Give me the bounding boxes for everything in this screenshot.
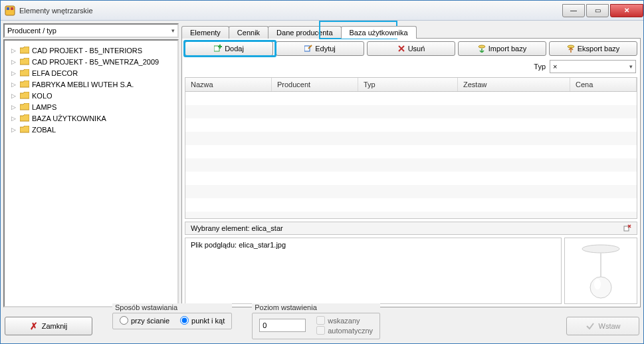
expand-icon[interactable]: ▷ xyxy=(10,81,17,88)
folder-icon xyxy=(20,114,29,122)
close-button[interactable]: ✗ Zamknij xyxy=(5,317,92,335)
col-type[interactable]: Typ xyxy=(358,78,458,91)
folder-icon xyxy=(20,126,29,134)
radio-point-angle-input[interactable] xyxy=(180,316,189,325)
folder-icon xyxy=(20,47,29,55)
elements-table[interactable]: Nazwa Producent Typ Zestaw Cena xyxy=(185,77,637,219)
expand-icon[interactable]: ▷ xyxy=(10,115,17,122)
selected-element-row: Wybrany element: elica_star xyxy=(185,222,637,235)
chk-pointed[interactable]: wskazany xyxy=(316,316,373,325)
table-body[interactable] xyxy=(185,92,637,218)
import-icon xyxy=(478,45,486,53)
svg-point-10 xyxy=(590,277,611,298)
delete-button[interactable]: Usuń xyxy=(367,41,455,56)
tab-bar: Elementy Cennik Dane producenta Baza uży… xyxy=(181,23,641,38)
check-icon xyxy=(586,321,595,331)
insertion-mode-group: przy ścianie punkt i kąt xyxy=(112,313,232,329)
tree-item[interactable]: ▷CAD PROJEKT - B5_INTERIORS xyxy=(7,45,175,56)
tree-item[interactable]: ▷FABRYKA MEBLI WUTEH S.A. xyxy=(7,79,175,90)
tree-label: BAZA UŻYTKOWNIKA xyxy=(32,114,106,122)
chk-auto-input[interactable] xyxy=(316,326,325,335)
expand-icon[interactable]: ▷ xyxy=(10,47,17,54)
folder-icon xyxy=(20,81,29,88)
right-panel: Elementy Cennik Dane producenta Baza uży… xyxy=(181,23,641,307)
toolbar: Dodaj Edytuj Usuń Import bazy xyxy=(185,41,637,56)
tab-pricelist[interactable]: Cennik xyxy=(229,26,268,39)
insertion-mode-title: Sposób wstawiania xyxy=(112,303,232,311)
col-set[interactable]: Zestaw xyxy=(458,78,570,91)
tree-item[interactable]: ▷ZOBAL xyxy=(7,124,175,135)
tab-elements[interactable]: Elementy xyxy=(181,26,229,39)
window-title: Elementy wnętrzarskie xyxy=(19,7,561,15)
col-name[interactable]: Nazwa xyxy=(185,78,272,91)
level-input[interactable] xyxy=(259,319,306,332)
left-panel: Producent / typ ▷CAD PROJEKT - B5_INTERI… xyxy=(3,23,179,307)
col-producer[interactable]: Producent xyxy=(272,78,358,91)
svg-point-8 xyxy=(582,245,619,253)
x-icon: ✗ xyxy=(30,321,38,331)
tree-label: CAD PROJEKT - B5_INTERIORS xyxy=(32,47,142,55)
chk-auto[interactable]: automatyczny xyxy=(316,326,373,335)
bottom-bar: ✗ Zamknij Sposób wstawiania przy ścianie… xyxy=(3,310,641,341)
expand-icon[interactable]: ▷ xyxy=(10,92,17,99)
plus-icon xyxy=(214,45,222,53)
edit-icon xyxy=(304,45,312,53)
close-window-button[interactable]: ✕ xyxy=(610,4,643,17)
tree-label: FABRYKA MEBLI WUTEH S.A. xyxy=(32,81,134,88)
radio-by-wall[interactable]: przy ścianie xyxy=(120,316,169,325)
insertion-level-group: wskazany automatyczny xyxy=(252,313,380,339)
producer-type-combo[interactable]: Producent / typ xyxy=(3,23,179,38)
folder-icon xyxy=(20,92,29,100)
remove-selected-icon[interactable] xyxy=(623,224,631,232)
svg-rect-2 xyxy=(11,7,13,10)
folder-icon xyxy=(20,58,29,66)
expand-icon[interactable]: ▷ xyxy=(10,70,17,77)
expand-icon[interactable]: ▷ xyxy=(10,126,17,133)
tree-item[interactable]: ▷LAMPS xyxy=(7,101,175,112)
tree-item[interactable]: ▷KOLO xyxy=(7,90,175,101)
edit-button[interactable]: Edytuj xyxy=(276,41,364,56)
radio-by-wall-input[interactable] xyxy=(120,316,128,325)
folder-icon xyxy=(20,69,29,77)
svg-point-11 xyxy=(594,279,601,289)
tree-label: CAD PROJEKT - B5_WNETRZA_2009 xyxy=(32,58,159,66)
tree-label: KOLO xyxy=(32,92,53,100)
tree-item[interactable]: ▷CAD PROJEKT - B5_WNETRZA_2009 xyxy=(7,56,175,67)
export-button[interactable]: Eksport bazy xyxy=(549,41,637,56)
expand-icon[interactable]: ▷ xyxy=(10,104,17,110)
folder-icon xyxy=(20,103,29,111)
delete-icon xyxy=(397,45,405,53)
insertion-level-title: Poziom wstawienia xyxy=(252,303,380,311)
minimize-button[interactable]: — xyxy=(562,4,585,17)
tree-item[interactable]: ▷ELFA DECOR xyxy=(7,67,175,79)
tree-label: ELFA DECOR xyxy=(32,69,78,77)
type-filter-value: × xyxy=(553,63,557,71)
radio-point-angle[interactable]: punkt i kąt xyxy=(180,316,225,325)
type-filter-label: Typ xyxy=(534,63,546,71)
table-header: Nazwa Producent Typ Zestaw Cena xyxy=(185,78,637,92)
insert-button[interactable]: Wstaw xyxy=(566,317,639,335)
app-icon xyxy=(5,5,15,16)
chk-pointed-input[interactable] xyxy=(316,316,325,325)
tab-user-database[interactable]: Baza użytkownika xyxy=(341,26,417,39)
titlebar[interactable]: Elementy wnętrzarskie — ▭ ✕ xyxy=(1,1,643,21)
tree-item[interactable]: ▷BAZA UŻYTKOWNIKA xyxy=(7,112,175,124)
maximize-button[interactable]: ▭ xyxy=(586,4,609,17)
tab-panel: Dodaj Edytuj Usuń Import bazy xyxy=(181,38,641,307)
producer-tree[interactable]: ▷CAD PROJEKT - B5_INTERIORS ▷CAD PROJEKT… xyxy=(3,39,179,307)
svg-rect-1 xyxy=(7,7,9,10)
svg-point-5 xyxy=(479,45,485,48)
tree-label: LAMPS xyxy=(32,103,56,111)
export-icon xyxy=(567,45,575,53)
import-button[interactable]: Import bazy xyxy=(458,41,546,56)
expand-icon[interactable]: ▷ xyxy=(10,59,17,65)
selected-element-label: Wybrany element: elica_star xyxy=(191,224,283,232)
producer-type-label: Producent / typ xyxy=(7,27,56,35)
tree-label: ZOBAL xyxy=(32,126,56,134)
add-button[interactable]: Dodaj xyxy=(185,41,273,56)
type-filter-combo[interactable]: × xyxy=(550,60,636,73)
preview-thumbnail[interactable] xyxy=(564,238,637,304)
col-price[interactable]: Cena xyxy=(570,78,637,91)
preview-file-label: Plik podglądu: elica_star1.jpg xyxy=(185,238,562,304)
app-window: Elementy wnętrzarskie — ▭ ✕ Producent / … xyxy=(0,0,644,344)
